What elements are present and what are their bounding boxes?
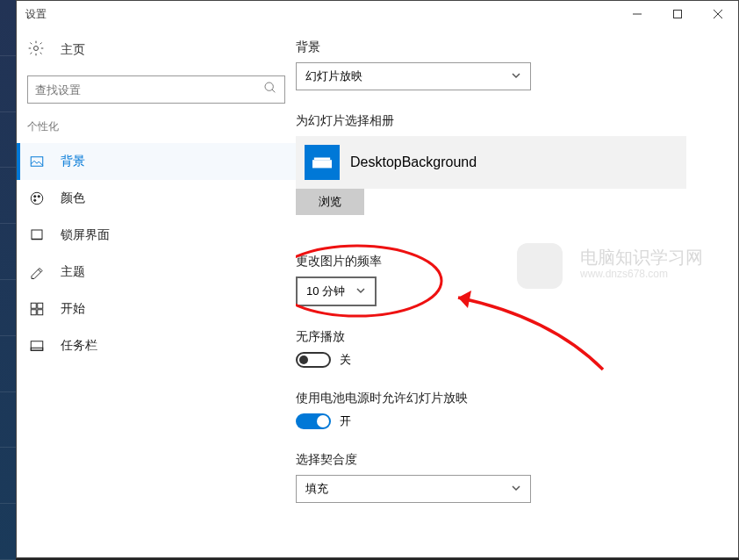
album-selection: DesktopBackground [296,136,686,189]
start-icon [29,301,45,317]
sidebar-item-label: 开始 [61,301,85,317]
sidebar-item-taskbar[interactable]: 任务栏 [17,327,296,364]
svg-rect-21 [314,158,330,161]
lockscreen-icon [29,227,45,243]
sidebar-item-colors[interactable]: 颜色 [17,180,296,217]
album-name: DesktopBackground [350,154,477,170]
fit-label: 选择契合度 [296,452,729,468]
close-button[interactable] [698,1,738,27]
sidebar-item-background[interactable]: 背景 [17,143,296,180]
shuffle-toggle[interactable] [296,352,331,368]
settings-window: 设置 主页 [16,0,739,558]
browse-button[interactable]: 浏览 [296,189,364,215]
sidebar: 主页 个性化 背景 [17,27,296,557]
svg-rect-1 [674,11,682,18]
sidebar-item-label: 颜色 [61,190,85,206]
album-label: 为幻灯片选择相册 [296,113,729,129]
frequency-value: 10 分钟 [306,284,345,299]
background-select[interactable]: 幻灯片放映 [296,62,531,90]
maximize-button[interactable] [657,1,698,27]
taskbar-icon [29,338,45,354]
svg-line-6 [272,90,275,92]
home-label: 主页 [61,42,85,58]
fit-select[interactable]: 填充 [296,475,531,503]
sidebar-item-label: 背景 [61,154,85,169]
svg-point-11 [34,199,36,201]
svg-rect-16 [31,310,36,315]
chevron-down-icon [355,285,366,298]
chevron-down-icon [511,483,521,496]
theme-icon [29,264,45,280]
svg-rect-19 [31,348,43,350]
svg-rect-17 [38,310,43,315]
frequency-label: 更改图片的频率 [296,254,729,269]
frequency-select[interactable]: 10 分钟 [296,276,377,306]
section-label: 个性化 [17,119,296,143]
home-link[interactable]: 主页 [17,32,296,67]
svg-point-10 [38,196,39,197]
sidebar-item-themes[interactable]: 主题 [17,254,296,291]
svg-rect-7 [31,157,43,167]
svg-point-8 [31,192,43,205]
svg-rect-12 [32,230,42,240]
title-bar: 设置 [17,1,738,27]
svg-rect-15 [38,303,43,308]
browse-label: 浏览 [319,194,341,210]
svg-marker-23 [458,291,471,308]
external-taskbar-fragment [0,0,16,560]
sidebar-item-label: 锁屏界面 [61,227,110,243]
search-icon [263,81,277,98]
battery-state: 开 [340,413,351,429]
shuffle-state: 关 [340,352,351,368]
sidebar-item-label: 任务栏 [61,338,97,354]
fit-value: 填充 [305,481,328,497]
background-label: 背景 [296,39,729,55]
watermark-line2: www.dnzs678.com [580,268,703,280]
svg-rect-14 [31,303,36,308]
background-value: 幻灯片放映 [305,68,362,84]
sidebar-item-start[interactable]: 开始 [17,291,296,327]
sidebar-item-lockscreen[interactable]: 锁屏界面 [17,217,296,254]
shuffle-label: 无序播放 [296,329,729,345]
folder-icon [305,145,340,180]
watermark-logo [517,243,563,289]
window-title: 设置 [25,7,47,22]
minimize-button[interactable] [617,1,657,27]
palette-icon [29,190,45,206]
gear-icon [27,39,45,60]
battery-toggle[interactable] [296,413,331,429]
svg-point-5 [265,83,273,90]
main-panel: 背景 幻灯片放映 为幻灯片选择相册 DesktopBackground 浏览 更… [296,27,738,557]
svg-point-9 [34,196,36,197]
svg-rect-20 [312,160,332,168]
sidebar-item-label: 主题 [61,264,85,280]
battery-label: 使用电池电源时允许幻灯片放映 [296,391,729,406]
chevron-down-icon [511,70,521,83]
search-input[interactable] [35,83,263,97]
search-input-wrap[interactable] [27,75,285,104]
svg-point-4 [34,47,39,51]
picture-icon [29,154,45,169]
